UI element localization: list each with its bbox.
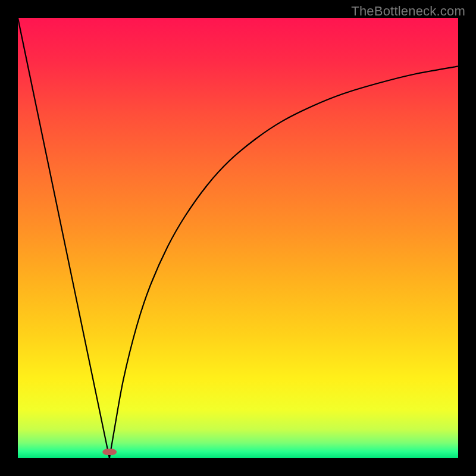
- plot-area: [18, 18, 458, 458]
- minimum-marker: [102, 449, 117, 456]
- background-gradient: [18, 18, 458, 458]
- svg-rect-0: [18, 18, 458, 458]
- watermark-text: TheBottleneck.com: [351, 4, 465, 19]
- chart-canvas: TheBottleneck.com: [0, 0, 476, 476]
